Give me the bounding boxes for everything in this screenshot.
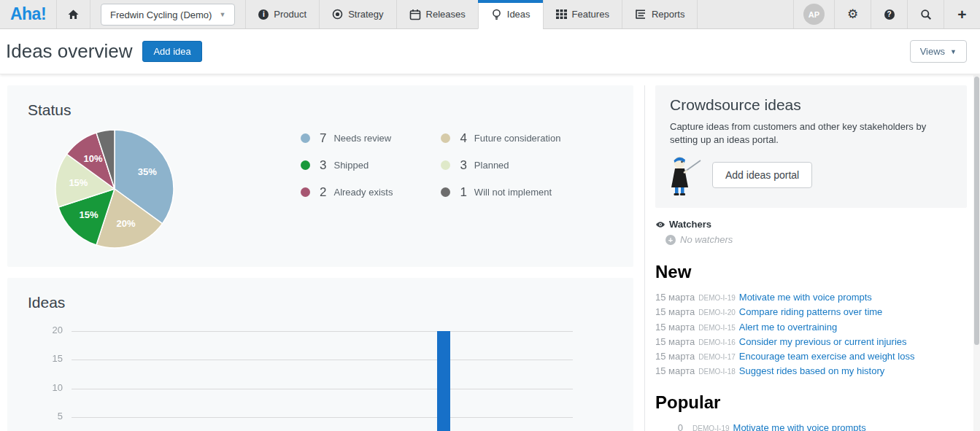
pie-slice-label: 35% (138, 166, 157, 177)
idea-link[interactable]: Encourage team exercise and weight loss (739, 351, 915, 362)
idea-link[interactable]: Motivate me with voice prompts (739, 292, 872, 303)
list-item: 15 мартаDEMO-I-19Motivate me with voice … (655, 290, 968, 305)
pie-slice-label: 15% (69, 177, 88, 188)
tab-reports[interactable]: Reports (622, 0, 698, 28)
help-button[interactable]: ? (871, 0, 907, 28)
home-button[interactable] (57, 0, 90, 28)
plus-icon: + (957, 7, 966, 22)
tab-ideas[interactable]: Ideas (478, 0, 543, 29)
sidebar: Crowdsource ideas Capture ideas from cus… (644, 85, 968, 431)
primary-tabs: i Product Strategy Releases Ideas Featur… (245, 0, 698, 28)
tab-features[interactable]: Features (543, 0, 622, 28)
watchers-label: Watchers (669, 219, 711, 230)
list-item: 15 мартаDEMO-I-17Encourage team exercise… (655, 349, 968, 364)
settings-button[interactable]: ⚙ (834, 0, 871, 28)
add-watcher-icon[interactable]: + (665, 235, 676, 245)
ideas-bar-chart[interactable]: 2015105 (7, 318, 633, 431)
status-legend: 7 Needs review 3 Shipped 2 Already exist… (301, 125, 560, 252)
gear-icon: ⚙ (847, 8, 858, 20)
list-item: 15 мартаDEMO-I-18Suggest rides based on … (655, 364, 968, 378)
add-ideas-portal-button[interactable]: Add ideas portal (712, 162, 812, 188)
search-icon (920, 9, 932, 20)
tab-releases[interactable]: Releases (396, 0, 478, 28)
new-ideas-section: New 15 мартаDEMO-I-19Motivate me with vo… (655, 262, 968, 379)
legend-dot (301, 160, 310, 170)
pie-slice-label: 20% (116, 218, 135, 229)
eye-icon (655, 221, 665, 228)
views-dropdown[interactable]: Views ▼ (910, 40, 967, 63)
add-idea-button[interactable]: Add idea (142, 41, 201, 62)
no-watchers-text: No watchers (680, 234, 733, 245)
crowdsource-title: Crowdsource ideas (670, 96, 952, 114)
popular-section-title: Popular (655, 392, 968, 413)
main-column: Status 35%20%15%15%10% 7 Needs review 3 … (7, 85, 633, 431)
idea-link[interactable]: Compare riding patterns over time (739, 306, 883, 317)
crowdsource-panel: Crowdsource ideas Capture ideas from cus… (655, 85, 967, 208)
idea-count-bar[interactable] (437, 331, 450, 431)
avatar: AP (803, 4, 825, 25)
aha-logo[interactable]: Aha! (0, 0, 57, 28)
grid-icon (556, 9, 567, 20)
list-item: 0DEMO-I-19Motivate me with voice prompts (655, 421, 968, 431)
y-axis-tick-label: 15 (7, 353, 63, 364)
search-button[interactable] (907, 0, 944, 28)
legend-dot (301, 187, 310, 197)
legend-dot (441, 133, 450, 143)
tab-product[interactable]: i Product (245, 0, 319, 28)
crowdsource-description: Capture ideas from customers and other k… (670, 120, 952, 147)
legend-item-planned[interactable]: 3 Planned (441, 158, 560, 173)
new-section-title: New (655, 262, 968, 282)
legend-dot (301, 133, 310, 143)
popular-ideas-section: Popular 0DEMO-I-19Motivate me with voice… (655, 392, 968, 431)
user-menu[interactable]: AP (793, 0, 834, 28)
y-axis-tick-label: 5 (7, 411, 63, 422)
tab-strategy[interactable]: Strategy (319, 0, 396, 28)
chevron-down-icon: ▼ (219, 11, 225, 18)
list-item: 15 мартаDEMO-I-20Compare riding patterns… (655, 305, 968, 319)
legend-item-future-consideration[interactable]: 4 Future consideration (441, 131, 560, 146)
legend-dot (441, 160, 450, 170)
status-panel-title: Status (28, 101, 633, 119)
status-pie-chart[interactable]: 35%20%15%15%10% (54, 128, 175, 252)
lightbulb-icon (491, 9, 502, 20)
gridline (72, 417, 573, 418)
quick-add-button[interactable]: + (944, 0, 980, 28)
gridline (72, 360, 573, 360)
info-icon: i (258, 9, 269, 20)
bullseye-icon (332, 9, 343, 20)
list-item: 15 мартаDEMO-I-15Alert me to overtrainin… (655, 320, 968, 335)
idea-link[interactable]: Motivate me with voice prompts (733, 422, 866, 431)
presenter-character-illustration (670, 154, 702, 196)
gridline (72, 331, 573, 332)
idea-link[interactable]: Suggest rides based on my history (739, 365, 884, 376)
legend-item-shipped[interactable]: 3 Shipped (301, 158, 393, 173)
content-area: Status 35%20%15%15%10% 7 Needs review 3 … (0, 74, 980, 431)
legend-item-already-exists[interactable]: 2 Already exists (301, 185, 393, 200)
idea-link[interactable]: Alert me to overtraining (739, 322, 837, 333)
idea-link[interactable]: Consider my previous or current injuries (739, 336, 907, 347)
product-selector-dropdown[interactable]: Fredwin Cycling (Demo) ▼ (101, 4, 235, 26)
watchers-section: Watchers + No watchers (655, 219, 968, 245)
chevron-down-icon: ▼ (950, 48, 957, 55)
home-icon (67, 9, 80, 20)
question-icon: ? (884, 9, 895, 20)
product-selector-label: Fredwin Cycling (Demo) (110, 9, 212, 20)
report-lines-icon (635, 9, 647, 20)
pie-slice-label: 10% (83, 153, 102, 164)
legend-item-needs-review[interactable]: 7 Needs review (301, 131, 393, 146)
legend-item-will-not-implement[interactable]: 1 Will not implement (441, 185, 560, 200)
ideas-chart-panel: Ideas 2015105 (7, 278, 633, 431)
page-header: Ideas overview Add idea Views ▼ (0, 29, 980, 74)
gridline (72, 389, 573, 389)
page-title: Ideas overview (6, 40, 132, 63)
calendar-icon (409, 9, 421, 20)
status-panel: Status 35%20%15%15%10% 7 Needs review 3 … (7, 85, 633, 267)
y-axis-tick-label: 20 (7, 325, 63, 335)
pie-slice-label: 15% (79, 209, 98, 220)
y-axis-tick-label: 10 (7, 382, 63, 393)
list-item: 15 мартаDEMO-I-16Consider my previous or… (655, 335, 968, 349)
ideas-panel-title: Ideas (28, 294, 633, 311)
top-nav: Aha! Fredwin Cycling (Demo) ▼ i Product … (0, 0, 980, 29)
legend-dot (441, 187, 450, 197)
